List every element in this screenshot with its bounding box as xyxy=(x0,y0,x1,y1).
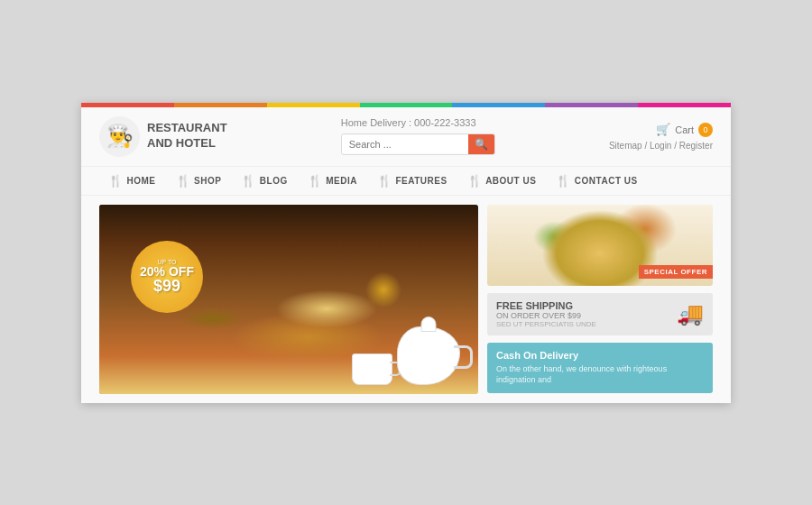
nav-icon-about: 🍴 xyxy=(467,174,483,188)
hero-banner: UP TO 20% OFF $99 xyxy=(99,205,478,394)
search-input[interactable] xyxy=(342,135,468,153)
header-right: 🛒 Cart 0 Sitemap / Login / Register xyxy=(609,123,713,151)
nav-bar: 🍴 HOME 🍴 SHOP 🍴 BLOG 🍴 MEDIA 🍴 FEATURES … xyxy=(81,166,731,196)
shipping-sub2: SED UT PERSPICIATIS UNDE xyxy=(496,320,668,328)
teapot xyxy=(397,326,460,385)
phone-number: Home Delivery : 000-222-3333 xyxy=(341,117,476,128)
logo-text: RESTAURANT AND HOTEL xyxy=(147,121,227,152)
page-wrapper: 👨‍🍳 RESTAURANT AND HOTEL Home Delivery :… xyxy=(81,103,731,403)
nav-item-about[interactable]: 🍴 ABOUT US xyxy=(458,167,546,195)
nav-label-media: MEDIA xyxy=(326,176,357,186)
header-center: Home Delivery : 000-222-3333 🔍 xyxy=(341,117,495,155)
nav-item-media[interactable]: 🍴 MEDIA xyxy=(299,167,366,195)
nav-icon-media: 🍴 xyxy=(308,174,323,188)
search-button[interactable]: 🔍 xyxy=(468,134,494,154)
search-bar: 🔍 xyxy=(341,133,495,155)
nav-label-contact: CONTACT US xyxy=(575,176,638,186)
header: 👨‍🍳 RESTAURANT AND HOTEL Home Delivery :… xyxy=(81,107,731,166)
special-offer-card: SPECIAL OFFER xyxy=(487,205,713,286)
cart-label: Cart xyxy=(675,124,694,135)
nav-item-contact[interactable]: 🍴 CONTACT US xyxy=(547,167,646,195)
nav-label-about: ABOUT US xyxy=(485,176,536,186)
cash-desc: On the other hand, we denounce with righ… xyxy=(496,363,704,386)
cash-title: Cash On Delivery xyxy=(496,350,704,361)
cart-area[interactable]: 🛒 Cart 0 xyxy=(656,123,713,137)
nav-icon-home: 🍴 xyxy=(108,174,124,188)
discount-price: $99 xyxy=(153,278,180,294)
truck-icon: 🚚 xyxy=(677,301,704,326)
logo-area: 👨‍🍳 RESTAURANT AND HOTEL xyxy=(99,116,227,157)
shipping-subtitle: ON ORDER OVER $99 xyxy=(496,311,668,320)
right-sidebar: SPECIAL OFFER FREE SHIPPING ON ORDER OVE… xyxy=(478,205,713,394)
chef-icon: 👨‍🍳 xyxy=(99,116,140,157)
nav-icon-shop: 🍴 xyxy=(176,174,191,188)
nav-item-blog[interactable]: 🍴 BLOG xyxy=(232,167,296,195)
nav-label-features: FEATURES xyxy=(395,176,447,186)
nav-icon-contact: 🍴 xyxy=(556,174,571,188)
cash-delivery-card: Cash On Delivery On the other hand, we d… xyxy=(487,343,713,393)
nav-icon-features: 🍴 xyxy=(377,174,392,188)
cart-badge: 0 xyxy=(698,123,713,137)
discount-badge: UP TO 20% OFF $99 xyxy=(131,241,203,313)
free-shipping-card: FREE SHIPPING ON ORDER OVER $99 SED UT P… xyxy=(487,293,713,335)
tea-cup xyxy=(352,354,392,385)
special-offer-label: SPECIAL OFFER xyxy=(639,265,713,279)
nav-item-shop[interactable]: 🍴 SHOP xyxy=(167,167,231,195)
nav-item-home[interactable]: 🍴 HOME xyxy=(99,167,165,195)
cart-icon: 🛒 xyxy=(656,123,670,136)
teapot-area xyxy=(352,326,460,385)
main-content: UP TO 20% OFF $99 SPECIAL OFFER FREE SHI… xyxy=(81,196,731,403)
nav-label-shop: SHOP xyxy=(194,176,221,186)
shipping-text: FREE SHIPPING ON ORDER OVER $99 SED UT P… xyxy=(496,300,668,328)
nav-item-features[interactable]: 🍴 FEATURES xyxy=(368,167,457,195)
discount-percent: 20% OFF xyxy=(140,265,194,278)
nav-icon-blog: 🍴 xyxy=(241,174,256,188)
nav-label-home: HOME xyxy=(127,176,156,186)
shipping-title: FREE SHIPPING xyxy=(496,300,668,311)
sitemap-links[interactable]: Sitemap / Login / Register xyxy=(609,141,713,151)
nav-label-blog: BLOG xyxy=(260,176,288,186)
